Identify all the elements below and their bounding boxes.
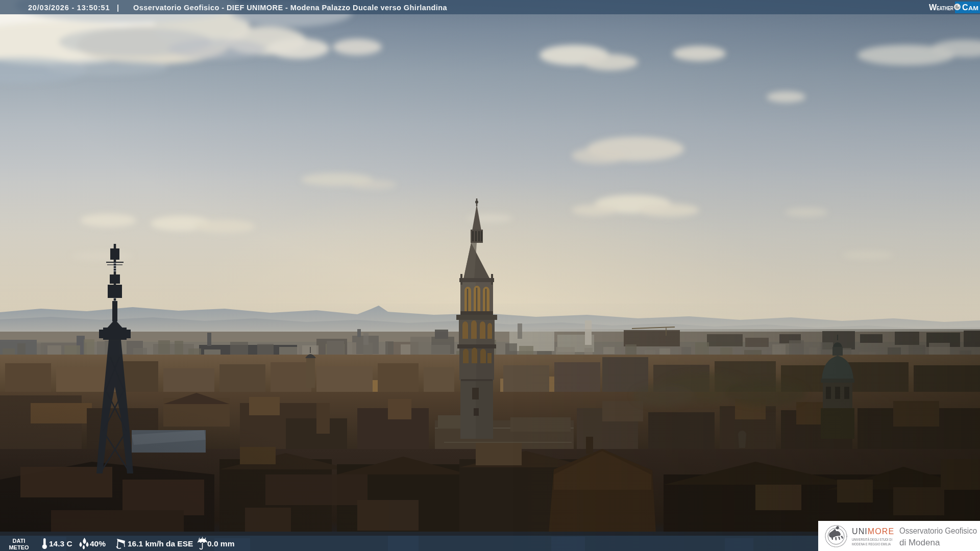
svg-text:20/03/2026 - 13:50:51: 20/03/2026 - 13:50:51 xyxy=(28,4,110,12)
svg-text:UNIMORE: UNIMORE xyxy=(852,527,894,536)
svg-text:EATHER: EATHER xyxy=(937,5,953,11)
svg-text:di Modena: di Modena xyxy=(899,538,940,547)
svg-text:|: | xyxy=(117,4,119,12)
svg-text:Osservatorio Geofisico: Osservatorio Geofisico xyxy=(899,526,977,536)
svg-text:DATI: DATI xyxy=(13,538,26,544)
svg-text:METEO: METEO xyxy=(9,544,29,550)
svg-text:Osservatorio Geofisico - DIEF: Osservatorio Geofisico - DIEF UNIMORE - … xyxy=(133,4,448,12)
svg-text:40%: 40% xyxy=(90,539,106,548)
svg-text:UNIVERSITÀ DEGLI STUDI DI: UNIVERSITÀ DEGLI STUDI DI xyxy=(852,537,892,541)
svg-text:MODENA E REGGIO EMILIA: MODENA E REGGIO EMILIA xyxy=(852,542,891,546)
svg-text:C: C xyxy=(962,3,968,12)
svg-text:W: W xyxy=(929,3,937,12)
svg-text:14.3 C: 14.3 C xyxy=(49,539,72,548)
svg-text:AM: AM xyxy=(968,5,978,11)
svg-text:16.1 km/h da ESE: 16.1 km/h da ESE xyxy=(128,539,193,548)
svg-text:0.0 mm: 0.0 mm xyxy=(207,539,234,548)
